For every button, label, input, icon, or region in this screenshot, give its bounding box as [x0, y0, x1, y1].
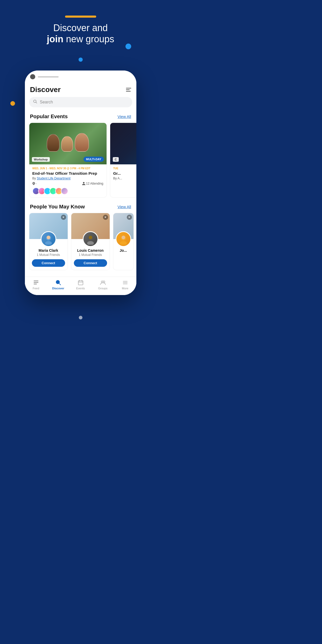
svg-line-15: [59, 283, 61, 285]
event-location-1: -: [32, 182, 37, 185]
popular-events-section-header: Popular Events View All: [25, 111, 136, 123]
person-name-3: Jo...: [116, 248, 131, 253]
app-content: Discover Search: [25, 81, 136, 295]
event-image-2: C: [110, 123, 136, 164]
svg-point-20: [101, 281, 103, 283]
feed-icon: [33, 279, 39, 286]
connect-button-louis[interactable]: Connect: [74, 259, 107, 267]
popular-events-title: Popular Events: [30, 114, 68, 120]
person-avatar-container-louis: [83, 231, 98, 247]
event-date-1: WED, JUN 1 - WED, NOV 30 @ 3 PM - 4 PM E…: [32, 167, 103, 170]
nav-item-discover[interactable]: Discover: [51, 279, 66, 290]
header-title: Discover and join new groups: [10, 22, 151, 45]
popular-events-view-all[interactable]: View All: [117, 114, 131, 119]
phone-mockup-wrapper: Discover Search: [0, 71, 161, 311]
person-avatar-container-3: [116, 231, 131, 247]
event-organizer-1: By Student Life Department: [32, 177, 103, 180]
avatar-3: [116, 231, 131, 247]
event-organizer-2: By A...: [113, 177, 136, 180]
event-date-2: TUE: [113, 167, 136, 170]
person-avatar-container-maria: [41, 231, 56, 247]
person-mutual-louis: 1 Mutual Friends: [74, 253, 107, 257]
event-badge-2: C: [113, 157, 119, 162]
bottom-navigation: Feed Discover: [25, 277, 136, 295]
attendee-avatar-6: [61, 187, 68, 195]
nav-label-feed: Feed: [33, 287, 39, 290]
phone-status-bar: [25, 71, 136, 81]
nav-item-feed[interactable]: Feed: [28, 279, 44, 290]
nav-label-discover: Discover: [52, 287, 64, 290]
person-close-3[interactable]: ×: [127, 215, 132, 220]
events-scroll-list: Workshop MULTI-DAY WED, JUN 1 - WED, NOV…: [25, 123, 136, 202]
svg-point-4: [45, 241, 52, 245]
nav-label-events: Events: [76, 287, 85, 290]
svg-point-7: [87, 241, 94, 245]
people-view-all[interactable]: View All: [117, 205, 131, 209]
phone-camera: [30, 74, 35, 79]
person-card-louis[interactable]: × Louis Cameron 1 Mutual Friends Connect: [71, 213, 110, 270]
person-mutual-maria: 1 Mutual Friends: [32, 253, 65, 257]
person-name-maria: Maria Clark: [32, 248, 65, 253]
event-photo-people: [47, 133, 89, 154]
events-icon: [78, 279, 84, 286]
event-details-1: WED, JUN 1 - WED, NOV 30 @ 3 PM - 4 PM E…: [29, 164, 107, 197]
gold-accent-bar: [65, 16, 96, 18]
filter-button[interactable]: [126, 88, 131, 92]
avatar-maria-inner: [41, 232, 55, 246]
person-close-louis[interactable]: ×: [103, 215, 108, 220]
discover-icon: [55, 279, 61, 286]
nav-item-events[interactable]: Events: [73, 279, 88, 290]
attendee-avatars-1: [32, 187, 103, 195]
event-details-2: TUE Gr... By A...: [110, 164, 136, 184]
event-attending-1: 12 Attending: [82, 182, 103, 185]
nav-label-more: More: [122, 287, 128, 290]
event-attending-text-1: 12 Attending: [86, 182, 103, 185]
event-badge-workshop: Workshop: [32, 157, 50, 162]
search-container: Search: [25, 97, 136, 111]
search-icon: [33, 100, 37, 105]
svg-point-6: [89, 236, 92, 239]
nav-label-groups: Groups: [98, 287, 107, 290]
discover-header: Discover: [25, 81, 136, 97]
people-section-title: People You May Know: [30, 204, 85, 210]
event-card-2[interactable]: C TUE Gr... By A...: [110, 123, 136, 198]
phone-mockup: Discover Search: [25, 71, 136, 295]
search-input[interactable]: Search: [40, 100, 53, 104]
svg-line-1: [36, 102, 37, 103]
connect-button-maria[interactable]: Connect: [32, 259, 65, 267]
svg-rect-16: [78, 281, 83, 285]
avatar-louis: [83, 231, 98, 247]
nav-item-groups[interactable]: Groups: [95, 279, 111, 290]
avatar-louis-inner: [83, 232, 97, 246]
people-section-header: People You May Know View All: [25, 202, 136, 213]
svg-rect-11: [34, 281, 38, 281]
groups-icon: [100, 279, 106, 286]
svg-point-3: [47, 236, 50, 239]
svg-point-10: [120, 241, 127, 245]
svg-point-21: [103, 281, 105, 283]
search-box[interactable]: Search: [29, 97, 132, 107]
pagination-dot-active: [79, 58, 83, 62]
event-organizer-link-1[interactable]: Student Life Department: [37, 177, 71, 180]
person-card-maria[interactable]: × Maria Clark 1 Mutual Friends Connect: [29, 213, 68, 270]
event-card-1[interactable]: Workshop MULTI-DAY WED, JUN 1 - WED, NOV…: [29, 123, 107, 198]
phone-speaker: [38, 76, 59, 78]
filter-icon-line3: [126, 91, 131, 92]
people-scroll-list: × Maria Clark 1 Mutual Friends Connect: [25, 213, 136, 274]
filter-icon-line2: [126, 89, 130, 90]
event-badge-multiday: MULTI-DAY: [83, 157, 104, 162]
avatar-3-inner: [116, 232, 130, 246]
svg-point-9: [122, 236, 125, 239]
event-image-1: Workshop MULTI-DAY: [29, 123, 107, 164]
filter-icon-line1: [126, 88, 131, 88]
event-meta-1: - 12 Attending: [32, 182, 103, 185]
more-icon: [122, 279, 128, 286]
event-name-2: Gr...: [113, 171, 136, 176]
person-card-3[interactable]: × Jo...: [113, 213, 134, 270]
header-section: Discover and join new groups: [0, 0, 161, 52]
nav-item-more[interactable]: More: [117, 279, 133, 290]
svg-rect-13: [34, 284, 37, 284]
person-close-maria[interactable]: ×: [61, 215, 66, 220]
svg-rect-12: [34, 282, 38, 283]
event-location-text-1: -: [36, 182, 37, 185]
